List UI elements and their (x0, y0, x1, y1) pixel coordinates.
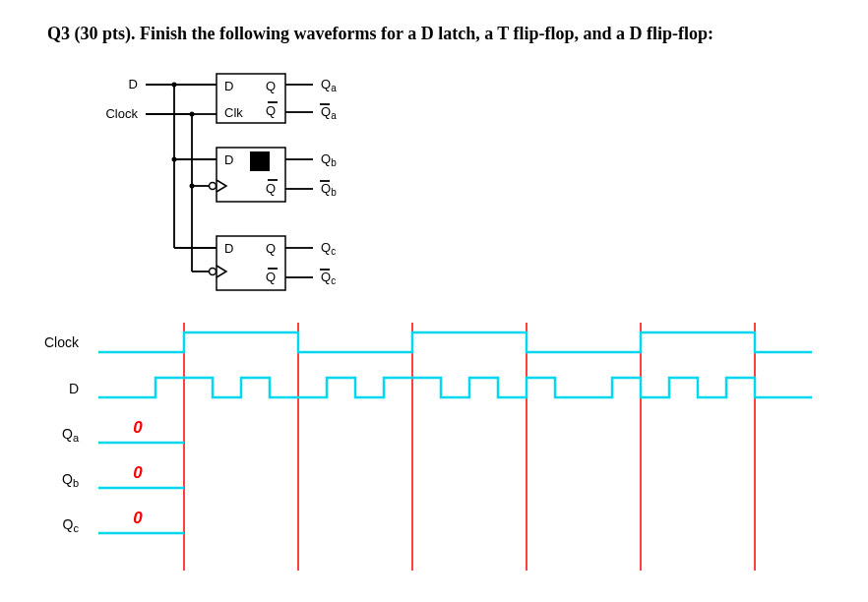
waveform-d (98, 378, 812, 397)
question-title: Q3 (30 pts). Finish the following wavefo… (47, 24, 713, 44)
block-a-pin-clk: Clk (224, 105, 243, 120)
block-a-pin-q: Q (266, 79, 276, 93)
svg-point-19 (210, 183, 217, 190)
block-c-pin-qbar: Q (266, 270, 276, 284)
init-qb: 0 (133, 463, 143, 482)
clock-edge-guides (184, 323, 755, 571)
wave-label-qb: Qb (62, 471, 79, 489)
net-qc-bar: Qc (321, 270, 336, 286)
block-c-pin-d: D (224, 241, 233, 256)
clock-input-label: Clock (105, 106, 138, 121)
net-qb-bar: Qb (321, 181, 337, 198)
block-b-pin-d: D (224, 152, 233, 167)
wave-label-qc: Qc (63, 516, 80, 534)
t-badge: T (256, 154, 264, 169)
waveform-clock (98, 332, 812, 352)
net-qa: Qa (321, 77, 337, 93)
net-qa-bar: Qa (321, 104, 337, 121)
d-input-label: D (129, 77, 138, 91)
block-c-pin-q: Q (266, 241, 276, 256)
init-qc: 0 (133, 509, 143, 527)
svg-point-27 (210, 269, 217, 275)
net-qb: Qb (321, 151, 337, 168)
block-a-pin-d: D (224, 79, 233, 93)
schematic-diagram: D Clock D Clk Q Q Qa Qa D T Q Qb Qb D Q … (98, 69, 413, 305)
init-qa: 0 (133, 418, 143, 437)
wave-label-d: D (69, 381, 79, 396)
timing-diagram: Clock D Qa Qb Qc 0 0 0 (20, 315, 846, 590)
wave-label-qa: Qa (62, 426, 80, 444)
net-qc: Qc (321, 240, 336, 257)
wave-label-clock: Clock (44, 334, 80, 350)
block-b-pin-qbar: Q (266, 181, 276, 196)
block-a-pin-qbar: Q (266, 103, 276, 118)
